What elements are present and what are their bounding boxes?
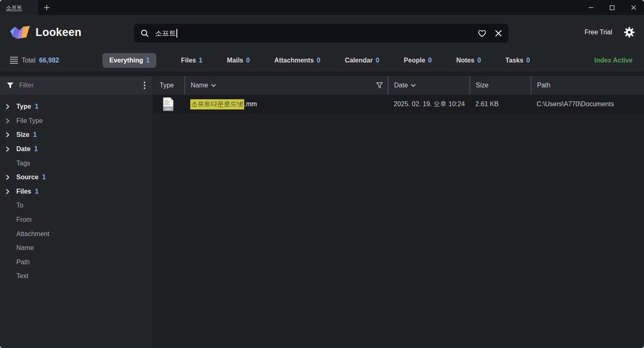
app-window: 소프트 Lookeen (0, 0, 644, 348)
facet-name[interactable]: Name (0, 241, 153, 255)
column-header-date[interactable]: Date (388, 76, 470, 95)
maximize-button[interactable] (602, 0, 623, 15)
facet-size[interactable]: Size 1 (0, 128, 153, 142)
titlebar: 소프트 (0, 0, 644, 15)
facet-file-type[interactable]: File Type (0, 114, 153, 128)
search-match-highlight: 소프트다운로드넷 (190, 99, 244, 109)
tab-people[interactable]: People 0 (404, 57, 432, 64)
menu-icon[interactable] (10, 57, 18, 64)
result-date-cell: 2025. 02. 19. 오후 10:24 (388, 95, 470, 114)
column-header-size[interactable]: Size (470, 76, 531, 95)
tab-everything[interactable]: Everything 1 (103, 53, 157, 68)
facet-files[interactable]: Files 1 (0, 185, 153, 199)
minimize-button[interactable] (580, 0, 602, 15)
facet-type[interactable]: Type 1 (0, 100, 153, 114)
chevron-right-icon (6, 104, 12, 109)
tab-notes[interactable]: Notes 0 (456, 57, 481, 64)
chevron-right-icon (6, 189, 12, 194)
lookeen-logo-icon (10, 25, 30, 40)
settings-gear-icon[interactable] (624, 27, 635, 38)
total-label: Total (22, 57, 36, 64)
result-row[interactable]: /mm 소프트다운로드넷.mm 2025. 02. 19. 오후 10:24 2… (153, 95, 644, 114)
close-button[interactable] (623, 0, 644, 15)
funnel-outline-icon[interactable] (376, 82, 383, 89)
divider (0, 71, 644, 76)
total-group: Total 66,982 (10, 57, 59, 64)
chevron-right-icon (6, 174, 12, 180)
new-tab-button[interactable] (38, 0, 55, 15)
plus-icon (44, 4, 50, 11)
index-status: Index Active (594, 57, 633, 64)
app-name: Lookeen (36, 26, 81, 38)
facet-source[interactable]: Source 1 (0, 170, 153, 185)
logo: Lookeen (10, 25, 81, 40)
total-value: 66,982 (39, 57, 59, 64)
tab-tasks[interactable]: Tasks 0 (506, 57, 530, 64)
search-icon (140, 29, 149, 38)
tab-files[interactable]: Files 1 (181, 57, 202, 64)
clear-search-icon[interactable] (495, 30, 502, 37)
counts-row: Total 66,982 Everything 1 Files 1 Mails … (0, 49, 644, 71)
column-header-name[interactable]: Name (185, 76, 388, 95)
facet-tags[interactable]: Tags (0, 156, 153, 170)
results-table-header: Type Name Date Size Path (153, 76, 644, 95)
tab-mails[interactable]: Mails 0 (227, 57, 250, 64)
app-header: Lookeen 소프트 Free Trial (0, 15, 644, 49)
search-input[interactable]: 소프트 (155, 29, 176, 38)
free-trial-link[interactable]: Free Trial (584, 29, 612, 36)
facet-date[interactable]: Date 1 (0, 142, 153, 156)
search-bar[interactable]: 소프트 (134, 24, 508, 42)
category-tabs: Everything 1 Files 1 Mails 0 Attachments… (103, 53, 530, 68)
facet-to[interactable]: To (0, 199, 153, 213)
file-extension: .mm (244, 100, 257, 108)
chevron-right-icon (6, 146, 12, 152)
tab-title: 소프트 (6, 4, 22, 11)
svg-text:/mm: /mm (165, 107, 171, 110)
results-list: /mm 소프트다운로드넷.mm 2025. 02. 19. 오후 10:24 2… (153, 95, 644, 348)
content-header: Filter Type Name Date Size Path (0, 76, 644, 95)
result-type-cell: /mm (153, 95, 185, 114)
facet-text[interactable]: Text (0, 269, 153, 283)
facet-attachment[interactable]: Attachment (0, 227, 153, 241)
facet-from[interactable]: From (0, 213, 153, 227)
filter-placeholder: Filter (19, 82, 34, 89)
facet-sidebar: Type 1 File Type Size 1 Date 1 Tags (0, 95, 153, 348)
favorite-heart-icon[interactable] (477, 29, 487, 38)
column-header-path[interactable]: Path (531, 76, 644, 95)
filter-input[interactable]: Filter (0, 76, 153, 95)
minimize-icon (588, 5, 594, 10)
text-cursor (176, 29, 177, 38)
tab-calendar[interactable]: Calendar 0 (345, 57, 379, 64)
close-icon (631, 5, 636, 10)
funnel-filled-icon (7, 82, 14, 89)
tab-attachments[interactable]: Attachments 0 (274, 57, 321, 64)
result-size-cell: 2.61 KB (470, 95, 531, 114)
mm-file-icon: /mm (163, 97, 174, 111)
maximize-icon (610, 5, 615, 10)
tab-active[interactable]: 소프트 (0, 0, 38, 15)
result-path-cell: C:\Users\A770\Documents (531, 95, 644, 114)
titlebar-drag-area (55, 0, 580, 15)
chevron-down-icon (211, 84, 216, 87)
more-options-icon[interactable] (141, 80, 148, 91)
facet-path[interactable]: Path (0, 255, 153, 270)
chevron-down-icon (411, 84, 416, 87)
result-name-cell: 소프트다운로드넷.mm (185, 95, 388, 114)
column-header-type[interactable]: Type (153, 76, 185, 95)
chevron-right-icon (6, 118, 12, 124)
chevron-right-icon (6, 132, 12, 138)
